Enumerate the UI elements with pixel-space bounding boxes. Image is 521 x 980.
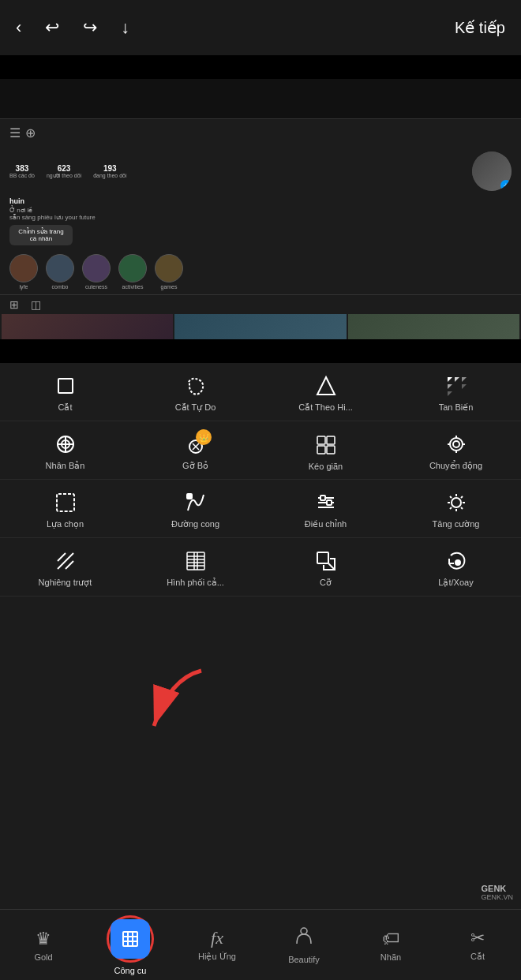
phone-highlights: lyfe combo cuteness activities games [0, 249, 521, 294]
tool-nghieng-truot[interactable]: Nghiêng trượt [0, 538, 130, 596]
tool-duong-cong[interactable]: Đường cong [130, 480, 260, 537]
download-button[interactable]: ↓ [121, 17, 129, 38]
top-bar: ‹ ↩ ↪ ↓ Kế tiếp [0, 0, 521, 55]
phone-photo-grid [0, 314, 521, 339]
face-icon [294, 926, 314, 952]
tool-keo-gian[interactable]: Kéo giãn [260, 421, 391, 479]
next-button[interactable]: Kế tiếp [455, 18, 505, 37]
menu-icon: ☰ [9, 125, 21, 140]
adjust-icon [314, 491, 338, 514]
highlight-1: lyfe [9, 254, 38, 290]
highlight-3: cuteness [82, 254, 111, 290]
bottom-nav: ♛ Gold Công cu fx Hiệu Ứng [0, 909, 521, 980]
tool-cat[interactable]: Cắt [0, 363, 130, 421]
tool-tang-cuong-label: Tăng cường [433, 519, 480, 529]
svg-line-34 [450, 507, 452, 509]
watermark: GENK GENK.VN [481, 884, 513, 901]
phone-content: ☰ ⊕ 383 BB các đò 623 người theo dõi 193 [0, 118, 521, 339]
nav-nhan[interactable]: 🏷 Nhãn [347, 921, 434, 970]
tool-tan-bien[interactable]: Tan Biến [391, 363, 521, 421]
svg-point-18 [453, 441, 459, 447]
photo-2 [174, 314, 346, 339]
enhance-icon [444, 491, 468, 514]
tool-co[interactable]: Cỡ [260, 538, 391, 596]
nav-cat[interactable]: ✂ Cắt [434, 920, 521, 970]
tool-lat-xoay-label: Lật/Xoay [438, 578, 473, 588]
free-crop-icon [184, 374, 208, 398]
tool-cat-tu-do[interactable]: Cắt Tự Do [130, 363, 260, 421]
tool-dieu-chinh[interactable]: Điều chỉnh [260, 480, 391, 537]
motion-icon [444, 432, 468, 456]
tool-hinh-phoi[interactable]: Hình phối cả... [130, 538, 260, 596]
select-icon [54, 491, 77, 514]
canvas-image: ☰ ⊕ 383 BB các đò 623 người theo dõi 193 [0, 79, 521, 339]
svg-marker-6 [462, 384, 467, 389]
nav-beautify[interactable]: Beautify [260, 918, 347, 972]
tool-hinh-phoi-label: Hình phối cả... [167, 578, 224, 588]
tool-chuyen-dong-label: Chuyển động [429, 461, 482, 471]
highlight-5: games [155, 254, 183, 290]
svg-marker-5 [448, 384, 452, 389]
premium-badge: 👑 [196, 429, 212, 445]
svg-rect-0 [58, 379, 73, 393]
back-button[interactable]: ‹ [16, 17, 21, 38]
svg-line-31 [450, 496, 452, 498]
tool-chuyen-dong[interactable]: Chuyển động [391, 421, 521, 479]
crown-icon: ♛ [36, 929, 51, 949]
phone-stats: 383 BB các đò 623 người theo dõi 193 đan… [9, 164, 464, 179]
tool-row-1: Cắt Cắt Tự Do Cắt Theo Hi... [0, 363, 521, 421]
tool-nhan-ban[interactable]: Nhân Bản [0, 421, 130, 479]
nav-cong-cu-label: Công cu [114, 966, 147, 975]
nav-hieu-ung[interactable]: fx Hiệu Ứng [174, 920, 260, 970]
tool-duong-cong-label: Đường cong [171, 519, 219, 529]
svg-point-44 [455, 560, 460, 565]
svg-marker-2 [448, 377, 452, 382]
tool-cat-theo[interactable]: Cắt Theo Hi... [260, 363, 391, 421]
curve-icon [184, 491, 208, 514]
tilt-icon [54, 549, 77, 573]
svg-rect-35 [187, 552, 204, 570]
svg-rect-15 [317, 446, 325, 454]
avatar-add-icon: + [500, 180, 512, 191]
tool-row-2: Nhân Bản 👑 Gỡ Bỏ Kéo giãn [0, 421, 521, 480]
svg-rect-25 [327, 500, 332, 505]
redo-button[interactable]: ↪ [83, 17, 97, 38]
blend-icon [184, 549, 208, 573]
tool-row-3: Lựa chọn Đường cong Điều ch [0, 480, 521, 538]
svg-rect-46 [123, 932, 137, 946]
tool-dieu-chinh-label: Điều chỉnh [305, 519, 347, 529]
photo-3 [348, 314, 519, 339]
shape-crop-icon [314, 374, 338, 398]
photo-1 [2, 314, 173, 339]
tool-tang-cuong[interactable]: Tăng cường [391, 480, 521, 537]
watermark-brand: GENK [481, 884, 513, 893]
rotate-icon [444, 549, 468, 573]
tool-lua-chon[interactable]: Lựa chọn [0, 480, 130, 537]
resize-icon [314, 549, 338, 573]
svg-rect-20 [187, 494, 192, 499]
tool-lat-xoay[interactable]: Lật/Xoay [391, 538, 521, 596]
svg-point-51 [301, 928, 307, 934]
tool-go-bo[interactable]: 👑 Gỡ Bỏ [130, 421, 260, 479]
phone-avatar: + [472, 151, 512, 191]
highlight-4: activities [118, 254, 147, 290]
tool-cat-label: Cắt [58, 402, 73, 413]
fx-icon: fx [211, 928, 223, 948]
nav-gold-label: Gold [34, 952, 52, 962]
nav-gold[interactable]: ♛ Gold [0, 921, 87, 970]
tools-panel: Cắt Cắt Tự Do Cắt Theo Hi... [0, 363, 521, 980]
svg-line-32 [461, 507, 463, 509]
svg-marker-7 [448, 391, 452, 396]
grid-tab-tag: ◫ [31, 298, 41, 311]
undo-button[interactable]: ↩ [45, 17, 59, 38]
cong-cu-icon [111, 919, 150, 959]
tool-nghieng-truot-label: Nghiêng trượt [39, 578, 92, 588]
edit-profile-btn: Chỉnh sửa trang cá nhân [9, 225, 73, 245]
svg-point-17 [450, 438, 463, 451]
phone-bio: Ở nơi lề sẵn sàng phiêu lưu your future [0, 207, 521, 221]
highlight-2: combo [46, 254, 74, 290]
phone-profile-row: 383 BB các đò 623 người theo dõi 193 đan… [0, 147, 521, 196]
svg-marker-1 [317, 377, 335, 395]
nav-cong-cu[interactable]: Công cu [87, 907, 174, 981]
svg-rect-24 [320, 496, 325, 500]
